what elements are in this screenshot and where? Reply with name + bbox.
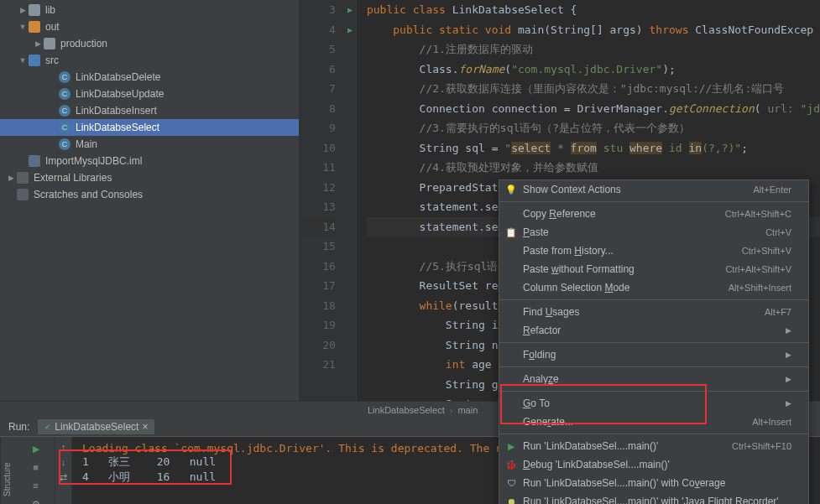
coverage-icon: 🛡 [504,478,518,488]
tree-file-select[interactable]: ▶CLinkDatabseSelect [0,119,299,136]
tree-file-delete[interactable]: ▶CLinkDatabseDelete [0,69,299,86]
tree-src[interactable]: ▼src [0,52,299,69]
editor-gutter: 3▶ 4▶ 567 8910 111213 1415 161718 192021 [300,0,357,401]
tree-external-libs[interactable]: ▶External Libraries [0,169,299,186]
iml-icon [29,155,40,167]
menu-run[interactable]: ▶Run 'LinkDatabseSel....main()'Ctrl+Shif… [499,437,808,455]
tree-scratches[interactable]: ▶Scratches and Consoles [0,186,299,203]
tree-file-update[interactable]: ▶CLinkDatabseUpdate [0,86,299,102]
up-icon[interactable]: ↑ [55,442,71,452]
tree-file-insert[interactable]: ▶CLinkDatabseInsert [0,102,299,119]
folder-icon [29,4,40,16]
class-icon: C [59,71,71,83]
class-icon: C [59,88,71,100]
rerun-icon[interactable]: ▶ [29,442,43,455]
class-icon: C [59,122,71,133]
menu-run-flight[interactable]: ⏺Run 'LinkDatabseSel....main()' with 'Ja… [499,492,808,504]
menu-debug[interactable]: 🐞Debug 'LinkDatabseSel....main()' [499,455,808,474]
down-icon[interactable]: ↓ [55,457,71,467]
menu-show-context-actions[interactable]: 💡Show Context ActionsAlt+Enter [499,180,808,199]
close-tab-icon[interactable]: × [142,421,148,433]
wrap-icon[interactable]: ⇄ [55,472,71,483]
tree-production[interactable]: ▶production [0,35,299,52]
menu-column-mode[interactable]: Column Selection ModeAlt+Shift+Insert [499,278,808,297]
class-icon: C [59,138,71,150]
run-gutter-icon[interactable]: ▶ [347,20,353,40]
run-gutter-icon[interactable]: ▶ [347,0,353,20]
library-icon [17,172,29,184]
run-icon: ▶ [504,441,518,452]
tree-file-main[interactable]: ▶CMain [0,136,299,153]
stop-icon[interactable]: ■ [29,460,43,474]
folder-icon [29,55,40,66]
menu-run-coverage[interactable]: 🛡Run 'LinkDatabseSel....main()' with Cov… [499,474,808,492]
structure-tab[interactable]: Structure [0,437,17,504]
debug-icon: 🐞 [504,460,518,470]
tree-iml[interactable]: ▶ImportMysqlJDBC.iml [0,153,299,169]
settings-icon[interactable]: ⚙ [29,497,43,504]
menu-folding[interactable]: Folding▶ [499,346,808,364]
class-icon: C [59,105,71,117]
tree-out[interactable]: ▼out [0,18,299,35]
project-tree: ▶lib ▼out ▶production ▼src ▶CLinkDatabse… [0,0,300,401]
folder-icon [44,38,55,49]
menu-paste-no-format[interactable]: Paste without FormattingCtrl+Alt+Shift+V [499,260,808,278]
layout-icon[interactable]: ≡ [29,479,43,492]
paste-icon: 📋 [504,227,518,238]
breadcrumb-method[interactable]: main [457,405,478,415]
run-ok-icon: ✔ [44,423,51,431]
menu-paste[interactable]: 📋PasteCtrl+V [499,223,808,242]
menu-find-usages[interactable]: Find UsagesAlt+F7 [499,303,808,321]
flight-icon: ⏺ [504,496,518,504]
run-label: Run: [8,421,29,433]
menu-generate[interactable]: Generate...Alt+Insert [499,413,808,431]
context-menu: 💡Show Context ActionsAlt+Enter Copy Refe… [499,179,809,504]
bulb-icon: 💡 [504,184,518,195]
run-tab[interactable]: ✔ LinkDatabseSelect × [38,419,154,434]
tree-lib[interactable]: ▶lib [0,2,299,18]
menu-copy-reference[interactable]: Copy ReferenceCtrl+Alt+Shift+C [499,205,808,223]
breadcrumb-class[interactable]: LinkDatabseSelect [368,405,445,415]
scratches-icon [17,189,29,200]
menu-goto[interactable]: Go To▶ [499,394,808,413]
run-side-icons: ↑ ↓ ⇄ [55,437,72,504]
folder-icon [29,21,40,33]
run-toolbar: ▶ ■ ≡ ⚙ [17,437,55,504]
menu-analyze[interactable]: Analyze▶ [499,370,808,388]
menu-refactor[interactable]: Refactor▶ [499,321,808,340]
menu-paste-history[interactable]: Paste from History...Ctrl+Shift+V [499,242,808,260]
